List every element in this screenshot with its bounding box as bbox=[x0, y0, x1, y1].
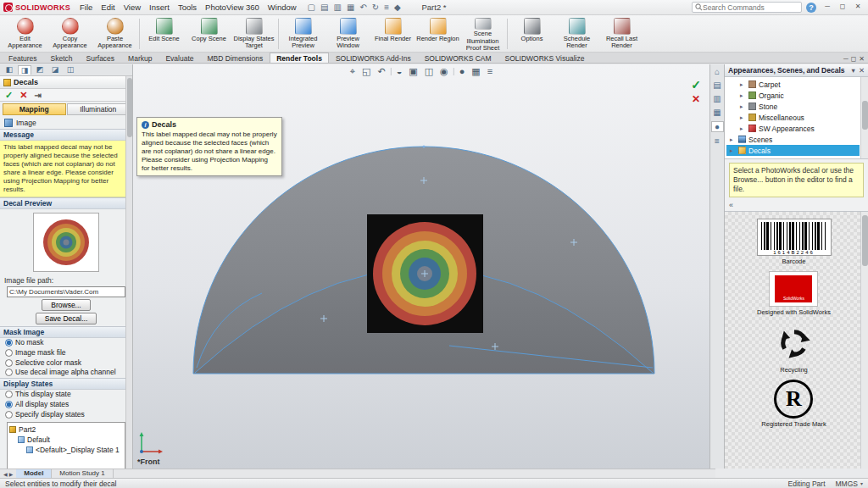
undo-icon[interactable]: ↶ bbox=[359, 3, 366, 12]
thumbnails-scrollbar[interactable] bbox=[860, 212, 868, 469]
browse-button[interactable]: Browse... bbox=[42, 299, 90, 311]
unit-system-caret-icon[interactable]: ▾ bbox=[860, 480, 863, 486]
radio-image-mask-file-input[interactable] bbox=[5, 349, 13, 357]
graphics-viewport[interactable]: ⌖ ◱ ↶ ◒ ▣ ◫ ◉ ● ▦ ≡ i Decals This label … bbox=[133, 64, 709, 469]
options-button[interactable]: Options bbox=[509, 16, 554, 52]
file-properties-icon[interactable]: ◆ bbox=[394, 3, 401, 12]
tab-solidworks-visualize[interactable]: SOLIDWORKS Visualize bbox=[498, 53, 592, 63]
tab-solidworks-add-ins[interactable]: SOLIDWORKS Add-Ins bbox=[329, 53, 418, 63]
home-icon[interactable]: ⌂ bbox=[711, 67, 724, 76]
decal-thumbnail-registered-trade-mark[interactable]: R Registered Trade Mark bbox=[761, 380, 826, 428]
view-orientation-icon[interactable]: ▣ bbox=[406, 66, 420, 77]
scrollbar-thumb[interactable] bbox=[862, 215, 868, 266]
tab-sketch[interactable]: Sketch bbox=[44, 53, 80, 63]
maximize-button[interactable]: ◻ bbox=[836, 2, 849, 13]
tab-scroll-right-icon[interactable]: ▶ bbox=[9, 471, 14, 477]
scene-illumination-proof-sheet-button[interactable]: Scene Illumination Proof Sheet bbox=[460, 16, 505, 52]
tree-item-organic[interactable]: ▸Organic bbox=[726, 90, 860, 101]
doc-close-button[interactable]: ✕ bbox=[859, 55, 865, 63]
radio-selective-color-mask-input[interactable] bbox=[5, 359, 13, 367]
preview-window-button[interactable]: Preview Window bbox=[326, 16, 370, 52]
message-section-header[interactable]: Message ▴ bbox=[0, 129, 132, 141]
view-settings-icon[interactable]: ≡ bbox=[485, 66, 495, 77]
decal-thumbnail-recycling[interactable]: Recycling bbox=[771, 322, 818, 374]
save-decal-button[interactable]: Save Decal... bbox=[36, 313, 97, 324]
radio-use-decal-alpha-input[interactable] bbox=[5, 369, 13, 376]
ok-button[interactable]: ✓ bbox=[5, 90, 13, 101]
property-manager-scrollbar[interactable] bbox=[125, 76, 132, 469]
expand-arrow-icon[interactable]: ▸ bbox=[730, 136, 736, 143]
mask-image-section-header[interactable]: Mask Image ▴ bbox=[0, 326, 132, 338]
display-states-state-row[interactable]: <Default>_Display State 1 bbox=[9, 445, 123, 455]
decal-preview-section-header[interactable]: Decal Preview ▴ bbox=[0, 197, 132, 209]
tab-mbd-dimensions[interactable]: MBD Dimensions bbox=[201, 53, 270, 63]
decal-thumbnail-designed-with-solidworks[interactable]: SolidWorks Designed with SolidWorks bbox=[757, 271, 831, 316]
tree-item-miscellaneous[interactable]: ▸Miscellaneous bbox=[726, 112, 860, 123]
tab-render-tools[interactable]: Render Tools bbox=[270, 53, 329, 63]
display-states-list[interactable]: Part2 Default <Default>_Display State 1 bbox=[7, 422, 125, 469]
integrated-preview-button[interactable]: Integrated Preview bbox=[281, 16, 326, 52]
print-icon[interactable]: ▦ bbox=[347, 3, 354, 12]
radio-all-display-states[interactable]: All display states bbox=[0, 400, 132, 410]
decal-thumbnail-barcode[interactable]: 1614B2246 Barcode bbox=[757, 219, 832, 265]
design-library-icon[interactable]: ▤ bbox=[711, 80, 724, 90]
detach-button[interactable]: ⇥ bbox=[34, 91, 41, 100]
expand-arrow-icon[interactable]: ▸ bbox=[740, 92, 746, 99]
hide-show-items-icon[interactable]: ◉ bbox=[437, 66, 451, 77]
expand-arrow-icon[interactable]: ▸ bbox=[740, 114, 746, 121]
radio-no-mask-input[interactable] bbox=[5, 339, 13, 347]
tree-item-stone[interactable]: ▸Stone bbox=[726, 101, 860, 112]
scrollbar-thumb[interactable] bbox=[862, 101, 868, 130]
dimxpert-manager-tab-icon[interactable]: ◪ bbox=[48, 65, 62, 75]
minimize-button[interactable]: ─ bbox=[821, 2, 834, 13]
doc-minimize-button[interactable]: ─ bbox=[843, 55, 849, 63]
tab-markup[interactable]: Markup bbox=[121, 53, 159, 63]
file-explorer-icon[interactable]: ▥ bbox=[711, 94, 724, 103]
image-file-path-input[interactable] bbox=[7, 286, 125, 297]
display-style-icon[interactable]: ◫ bbox=[422, 66, 436, 77]
task-pane-close-icon[interactable]: ✕ bbox=[859, 66, 865, 75]
radio-this-display-state[interactable]: This display state bbox=[0, 390, 132, 400]
tab-motion-study-1[interactable]: Motion Study 1 bbox=[52, 469, 113, 478]
render-region-button[interactable]: Render Region bbox=[415, 16, 460, 52]
tree-item-sw-appearances[interactable]: ▸SW Appearances bbox=[726, 123, 860, 134]
edit-scene-button[interactable]: Edit Scene bbox=[142, 16, 186, 52]
display-states-config-row[interactable]: Default bbox=[9, 435, 123, 445]
display-manager-tab-icon[interactable]: ◫ bbox=[64, 65, 77, 75]
tree-scrollbar[interactable] bbox=[860, 77, 868, 158]
section-view-icon[interactable]: ◒ bbox=[394, 66, 405, 77]
feature-manager-tab-icon[interactable]: ◧ bbox=[3, 65, 16, 75]
tab-scroll-left-icon[interactable]: ◀ bbox=[3, 471, 8, 477]
radio-specify-display-states[interactable]: Specify display states bbox=[0, 410, 132, 420]
tab-mapping[interactable]: Mapping bbox=[3, 103, 66, 115]
tree-item-scenes[interactable]: ▸Scenes bbox=[726, 134, 860, 145]
menu-insert[interactable]: Insert bbox=[145, 3, 174, 12]
display-states-part-row[interactable]: Part2 bbox=[9, 424, 123, 435]
display-states-target-button[interactable]: Display States Target bbox=[231, 16, 276, 52]
zoom-area-icon[interactable]: ◱ bbox=[359, 66, 373, 77]
menu-photoview-360[interactable]: PhotoView 360 bbox=[201, 3, 264, 12]
confirm-cancel-icon[interactable]: ✕ bbox=[691, 93, 701, 105]
radio-no-mask[interactable]: No mask bbox=[0, 338, 132, 348]
rebuild-icon[interactable]: ↻ bbox=[372, 3, 379, 12]
radio-all-display-states-input[interactable] bbox=[5, 401, 13, 408]
tree-item-carpet[interactable]: ▸Carpet bbox=[726, 79, 860, 90]
tab-surfaces[interactable]: Surfaces bbox=[80, 53, 122, 63]
final-render-button[interactable]: Final Render bbox=[370, 16, 415, 52]
open-icon[interactable]: ▤ bbox=[320, 3, 328, 12]
expand-arrow-icon[interactable]: ▸ bbox=[730, 147, 736, 154]
expand-arrow-icon[interactable]: ▸ bbox=[740, 125, 746, 132]
radio-use-decal-alpha[interactable]: Use decal image alpha channel bbox=[0, 368, 132, 378]
zoom-fit-icon[interactable]: ⌖ bbox=[348, 66, 358, 77]
copy-appearance-button[interactable]: Copy Appearance bbox=[47, 16, 92, 52]
tab-illumination[interactable]: Illumination bbox=[67, 103, 131, 115]
appearances-scenes-icon[interactable]: ● bbox=[711, 121, 724, 132]
radio-specify-display-states-input[interactable] bbox=[5, 411, 13, 419]
property-manager-tab-icon[interactable]: ◨ bbox=[18, 65, 31, 75]
scrollbar-thumb[interactable] bbox=[127, 78, 132, 137]
cancel-button[interactable]: ✕ bbox=[19, 90, 27, 101]
menu-tools[interactable]: Tools bbox=[174, 3, 201, 12]
unit-system-label[interactable]: MMGS bbox=[836, 480, 858, 488]
apply-scene-icon[interactable]: ▦ bbox=[469, 66, 482, 77]
configuration-manager-tab-icon[interactable]: ◩ bbox=[33, 65, 47, 75]
